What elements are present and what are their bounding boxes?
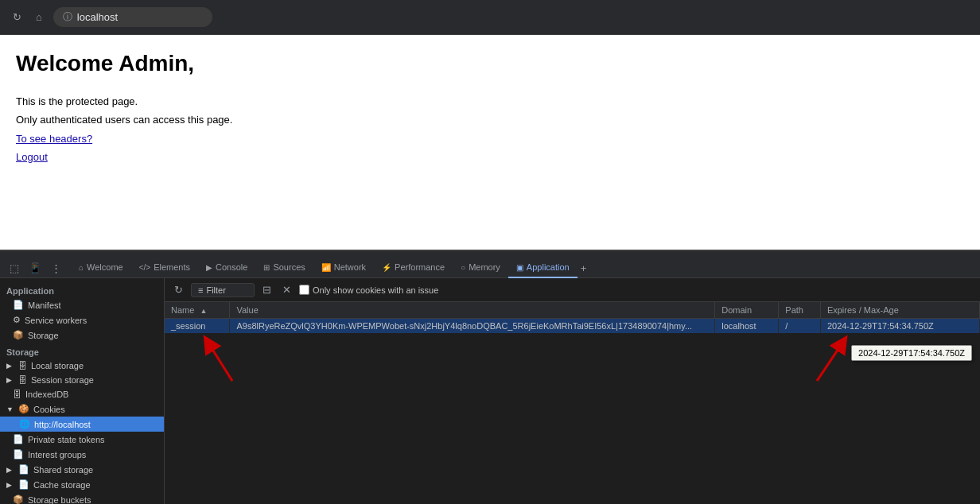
address-bar[interactable]: ⓘ localhost (53, 7, 212, 27)
add-tab-btn[interactable]: + (578, 259, 590, 277)
private-state-icon: 📄 (13, 434, 24, 444)
cookies-label: Cookies (33, 405, 65, 414)
cookies-data-table: Name ▲ Value Domain Path Expires / Max-A… (165, 302, 980, 333)
shared-storage-label: Shared storage (33, 465, 93, 475)
delete-btn[interactable]: ✕ (279, 282, 294, 297)
tooltip-text: 2024-12-29T17:54:34.750Z (858, 348, 965, 358)
sidebar-item-cache-storage[interactable]: ▶ 📄 Cache storage (0, 477, 164, 492)
cell-value: A9s8lRyeReZQvlQ3YH0Km-WPEMPWobet-sNxj2Hb… (230, 319, 715, 334)
tab-memory[interactable]: ○ Memory (453, 258, 508, 278)
sidebar-item-localhost[interactable]: 🌐 http://localhost (0, 417, 164, 432)
col-domain[interactable]: Domain (715, 302, 779, 319)
tab-console-label: Console (216, 262, 247, 272)
device-tool[interactable]: 📱 (25, 259, 45, 277)
session-storage-label: Session storage (31, 375, 94, 385)
info-icon: ⓘ (63, 10, 72, 24)
tab-network[interactable]: 📶 Network (313, 258, 374, 278)
reload-button[interactable]: ↻ (10, 8, 25, 26)
filter-icon: ≡ (198, 285, 203, 295)
cookies-arrow: ▼ (6, 405, 14, 413)
sidebar-item-storage[interactable]: 📦 Storage (0, 328, 164, 343)
tab-welcome[interactable]: ⌂ Welcome (71, 258, 131, 278)
tab-performance[interactable]: ⚡ Performance (374, 258, 453, 278)
network-icon: 📶 (321, 263, 331, 272)
elements-icon: </> (139, 263, 150, 272)
home-button[interactable]: ⌂ (33, 8, 45, 26)
browser-chrome: ↻ ⌂ ⓘ localhost (0, 0, 980, 35)
sidebar-item-manifest[interactable]: 📄 Manifest (0, 297, 164, 312)
cell-path: / (779, 319, 821, 334)
cookies-icon: 🍪 (18, 404, 29, 414)
service-workers-icon: ⚙ (13, 315, 21, 325)
address-text: localhost (77, 11, 118, 23)
storage-section-label: Storage (0, 343, 164, 359)
logout-link[interactable]: Logout (16, 148, 964, 166)
manifest-label: Manifest (28, 300, 61, 310)
tab-sources-label: Sources (273, 262, 305, 272)
application-icon: ▣ (516, 263, 523, 272)
tab-application-label: Application (527, 262, 570, 272)
sources-icon: ⊞ (263, 263, 270, 272)
cache-storage-icon: 📄 (18, 479, 29, 490)
filter-input[interactable]: ≡ Filter (191, 283, 255, 297)
shared-storage-icon: 📄 (18, 464, 29, 475)
tab-application[interactable]: ▣ Application (508, 258, 578, 278)
col-path[interactable]: Path (779, 302, 821, 319)
tab-elements[interactable]: </> Elements (131, 258, 198, 278)
indexeddb-icon: 🗄 (13, 390, 21, 399)
memory-icon: ○ (461, 263, 465, 272)
page-title: Welcome Admin, (16, 51, 964, 76)
page-body: This is the protected page. Only authent… (16, 92, 964, 167)
session-storage-icon: 🗄 (18, 375, 27, 385)
name-sort-icon: ▲ (200, 307, 207, 315)
page-line1: This is the protected page. (16, 95, 138, 107)
local-storage-label: Local storage (31, 361, 84, 370)
sidebar-item-private-state[interactable]: 📄 Private state tokens (0, 432, 164, 447)
local-storage-arrow: ▶ (6, 362, 14, 370)
local-storage-icon: 🗄 (18, 361, 27, 370)
filter-label: Filter (206, 285, 225, 295)
col-name[interactable]: Name ▲ (165, 302, 230, 319)
devtools-body: Application 📄 Manifest ⚙ Service workers… (0, 278, 980, 504)
issue-filter-checkbox[interactable] (299, 285, 309, 295)
sidebar-item-indexeddb[interactable]: 🗄 IndexedDB (0, 387, 164, 401)
cell-domain: localhost (715, 319, 779, 334)
performance-icon: ⚡ (382, 263, 391, 272)
devtools-tools: ⬚ 📱 ⋮ (6, 259, 64, 277)
col-expires[interactable]: Expires / Max-Age (820, 302, 979, 319)
private-state-label: Private state tokens (28, 435, 105, 444)
welcome-icon: ⌂ (79, 263, 84, 272)
cache-storage-label: Cache storage (33, 480, 91, 490)
sidebar-item-service-workers[interactable]: ⚙ Service workers (0, 312, 164, 328)
cell-expires: 2024-12-29T17:54:34.750Z (820, 319, 979, 334)
clear-filter-btn[interactable]: ⊟ (259, 282, 274, 297)
sidebar-item-cookies[interactable]: ▼ 🍪 Cookies (0, 401, 164, 417)
sidebar-item-session-storage[interactable]: ▶ 🗄 Session storage (0, 373, 164, 387)
storage-buckets-label: Storage buckets (28, 495, 91, 505)
tab-welcome-label: Welcome (87, 262, 123, 272)
page-line2: Only authenticated users can access this… (16, 114, 232, 126)
issue-filter-label[interactable]: Only show cookies with an issue (299, 285, 438, 295)
sidebar-item-local-storage[interactable]: ▶ 🗄 Local storage (0, 359, 164, 373)
table-row[interactable]: _session A9s8lRyeReZQvlQ3YH0Km-WPEMPWobe… (165, 319, 980, 334)
console-icon: ▶ (206, 263, 212, 272)
col-value[interactable]: Value (230, 302, 715, 319)
dots-tool[interactable]: ⋮ (48, 259, 64, 277)
refresh-btn[interactable]: ↻ (171, 282, 186, 297)
indexeddb-label: IndexedDB (25, 390, 68, 399)
sidebar-item-shared-storage[interactable]: ▶ 📄 Shared storage (0, 462, 164, 477)
inspect-tool[interactable]: ⬚ (6, 259, 22, 277)
headers-link[interactable]: To see headers? (16, 130, 964, 148)
storage-top-label: Storage (28, 331, 59, 340)
cell-name: _session (165, 319, 230, 334)
session-storage-arrow: ▶ (6, 376, 14, 384)
tab-console[interactable]: ▶ Console (198, 258, 255, 278)
tab-sources[interactable]: ⊞ Sources (255, 258, 313, 278)
devtools-main: ↻ ≡ Filter ⊟ ✕ Only show cookies with an… (165, 278, 980, 504)
sidebar-item-storage-buckets[interactable]: 📦 Storage buckets (0, 492, 164, 504)
storage-top-icon: 📦 (13, 330, 24, 340)
sidebar-item-interest-groups[interactable]: 📄 Interest groups (0, 447, 164, 462)
tab-network-label: Network (334, 262, 366, 272)
tab-elements-label: Elements (154, 262, 190, 272)
service-workers-label: Service workers (25, 316, 87, 325)
